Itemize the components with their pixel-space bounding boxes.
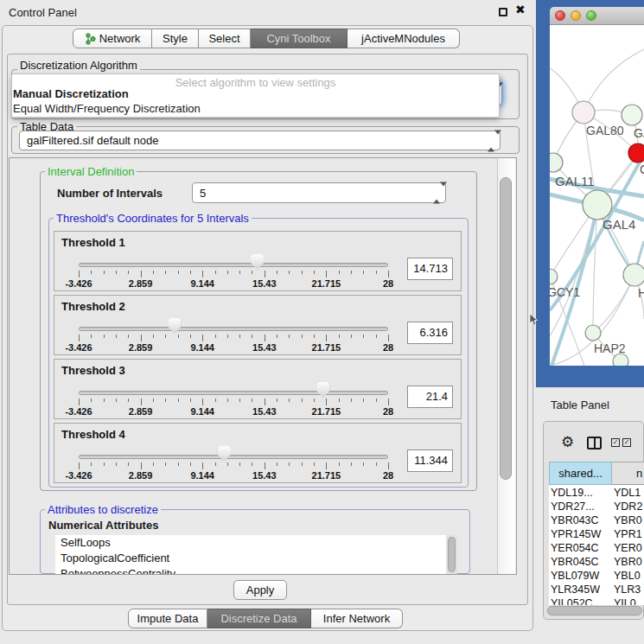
slider-tick xyxy=(326,399,327,405)
network-node[interactable] xyxy=(572,101,595,124)
checkbox-icon[interactable]: ✓ xyxy=(611,438,620,447)
split-columns-icon[interactable] xyxy=(587,437,602,450)
tab-jactivemnodules[interactable]: jActiveMNodules xyxy=(348,29,460,48)
slider-tick xyxy=(363,335,364,338)
tab-discretize-data[interactable]: Discretize Data xyxy=(207,609,311,628)
table-data-combobox[interactable]: galFiltered.sif default node xyxy=(19,131,501,150)
table-row-cell-name[interactable]: YDR2 xyxy=(614,500,644,513)
gear-icon[interactable]: ⚙ xyxy=(561,433,574,451)
list-item[interactable]: TopologicalCoefficient xyxy=(55,551,446,566)
table-row-cell-shared-name[interactable]: YBL079W xyxy=(551,569,611,583)
zoom-traffic-light-icon[interactable] xyxy=(586,10,596,21)
list-item[interactable]: BetweennessCentrality xyxy=(55,566,446,574)
tab-infer-network[interactable]: Infer Network xyxy=(311,609,403,628)
tab-select[interactable]: Select xyxy=(199,29,251,48)
table-row-cell-name[interactable]: YBR0 xyxy=(614,555,644,569)
table-row-cell-name[interactable]: YPR1 xyxy=(614,527,644,541)
slider-tick xyxy=(302,462,303,466)
tab-label: Discretize Data xyxy=(220,612,296,625)
network-node[interactable] xyxy=(550,269,558,284)
tab-impute-data[interactable]: Impute Data xyxy=(128,609,207,628)
float-window-icon[interactable] xyxy=(499,8,507,16)
table-row-cell-shared-name[interactable]: YDL19... xyxy=(551,486,611,500)
slider-tick xyxy=(289,335,290,338)
tab-label: Cyni Toolbox xyxy=(266,32,330,45)
column-header-shared-name[interactable]: shared... xyxy=(549,462,612,485)
table-row-cell-shared-name[interactable]: YDR27... xyxy=(551,500,611,513)
slider-tick xyxy=(252,462,252,466)
slider-tick xyxy=(91,271,92,274)
slider-tick xyxy=(215,335,216,338)
slider-tick xyxy=(265,399,265,405)
table-row-cell-shared-name[interactable]: YPR145W xyxy=(551,527,611,541)
slider-thumb[interactable] xyxy=(251,254,264,270)
dropdown-option-equal-width[interactable]: Equal Width/Frequency Discretization xyxy=(13,102,201,115)
table-row-cell-name[interactable]: YLR3 xyxy=(614,583,644,596)
slider-tick xyxy=(388,335,389,341)
slider-track[interactable] xyxy=(79,455,388,459)
slider-tick-label: 21.715 xyxy=(300,406,352,417)
slider-tick xyxy=(190,271,191,274)
slider-track[interactable] xyxy=(79,391,388,395)
slider-tick xyxy=(302,335,303,338)
close-traffic-light-icon[interactable] xyxy=(555,10,565,21)
table-row-cell-shared-name[interactable]: YER054C xyxy=(551,541,611,555)
slider-tick xyxy=(104,271,105,274)
slider-tick xyxy=(190,462,191,466)
tab-cyni-toolbox[interactable]: Cyni Toolbox xyxy=(251,29,348,48)
slider-tick xyxy=(277,462,277,466)
slider-tick xyxy=(339,462,340,466)
apply-button[interactable]: Apply xyxy=(233,580,287,600)
tab-network[interactable]: Network xyxy=(73,29,152,48)
slider-tick-label: 2.859 xyxy=(115,278,167,289)
vertical-scrollbar-thumb[interactable] xyxy=(500,177,512,480)
network-node[interactable] xyxy=(622,105,642,125)
network-node[interactable] xyxy=(623,264,644,286)
dropdown-option-manual[interactable]: Manual Discretization xyxy=(13,87,129,100)
column-header-name[interactable]: n xyxy=(612,462,644,485)
slider-tick xyxy=(116,271,117,274)
threshold-value-field[interactable]: 21.4 xyxy=(407,386,453,408)
checkbox-icon[interactable]: ✓ xyxy=(622,438,631,447)
slider-track[interactable] xyxy=(79,263,388,267)
slider-tick xyxy=(79,271,80,277)
table-row-cell-name[interactable]: YER0 xyxy=(614,541,644,555)
table-row-cell-name[interactable]: YBR0 xyxy=(614,513,644,527)
table-row-cell-shared-name[interactable]: YBR043C xyxy=(551,513,611,527)
threshold-value-field[interactable]: 14.713 xyxy=(407,258,453,280)
horizontal-scrollbar-thumb[interactable] xyxy=(547,606,642,615)
threshold-value-field[interactable]: 6.316 xyxy=(407,322,453,344)
top-tab-bar: NetworkStyleSelectCyni ToolboxjActiveMNo… xyxy=(73,29,460,48)
slider-tick xyxy=(116,462,117,466)
threshold-label: Threshold 1 xyxy=(61,236,125,249)
slider-track[interactable] xyxy=(79,327,388,331)
slider-thumb[interactable] xyxy=(168,318,181,334)
table-row-cell-name[interactable]: YDL1 xyxy=(614,486,644,500)
network-node[interactable] xyxy=(583,190,612,220)
slider-tick xyxy=(277,335,277,338)
slider-thumb[interactable] xyxy=(218,446,231,462)
slider-tick xyxy=(289,399,290,402)
threshold-value-field[interactable]: 11.344 xyxy=(407,450,453,472)
slider-tick xyxy=(326,335,327,341)
slider-tick xyxy=(178,335,179,338)
table-row-cell-name[interactable]: YBL0 xyxy=(614,569,644,583)
attributes-scrollbar-thumb[interactable] xyxy=(448,537,456,572)
list-item[interactable]: SelfLoops xyxy=(55,535,446,551)
network-node[interactable] xyxy=(585,325,601,341)
network-node[interactable] xyxy=(550,153,563,172)
slider-tick-label: -3.426 xyxy=(53,470,105,481)
numerical-attributes-list[interactable]: SelfLoopsTopologicalCoefficientBetweenne… xyxy=(55,535,446,574)
network-node[interactable] xyxy=(613,354,628,366)
close-icon[interactable]: ✖ xyxy=(515,3,526,16)
tab-label: Impute Data xyxy=(137,612,199,625)
slider-thumb[interactable] xyxy=(316,382,329,398)
num-intervals-combobox[interactable]: 5 xyxy=(192,182,446,203)
table-row-cell-shared-name[interactable]: YBR045C xyxy=(551,555,611,569)
tab-style[interactable]: Style xyxy=(152,29,199,48)
network-node[interactable] xyxy=(628,143,644,163)
table-row-cell-shared-name[interactable]: YLR345W xyxy=(551,583,611,596)
minimize-traffic-light-icon[interactable] xyxy=(571,10,581,21)
network-canvas[interactable]: GAL80GACGAL11GAL4GCY1HHAP2 xyxy=(550,25,644,366)
slider-tick xyxy=(339,399,340,402)
